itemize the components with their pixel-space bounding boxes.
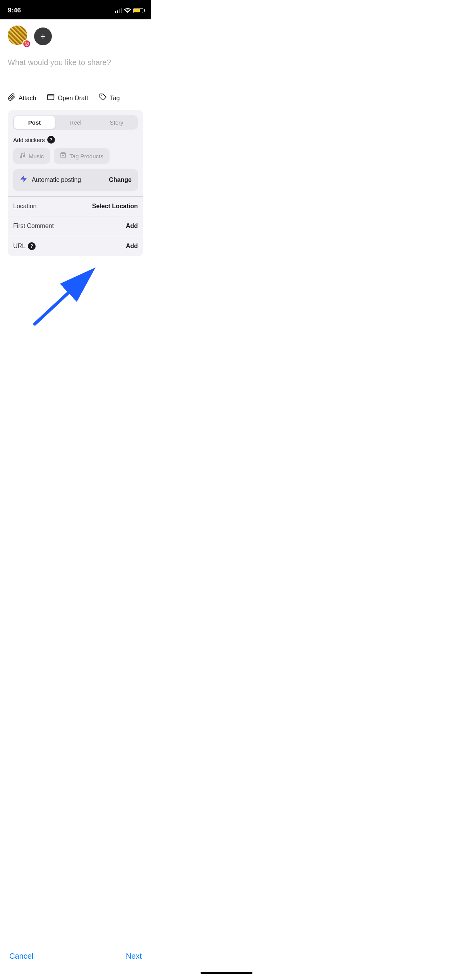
music-label: Music: [29, 153, 44, 159]
tag-products-button[interactable]: Tag Products: [54, 148, 110, 164]
location-label: Location: [13, 203, 37, 210]
stickers-label: Add stickers: [13, 137, 45, 143]
stickers-help-icon[interactable]: ?: [47, 136, 55, 144]
stickers-section: Add stickers ? Music: [8, 130, 143, 164]
music-icon: [19, 152, 26, 160]
automatic-posting-change-button[interactable]: Change: [109, 176, 132, 183]
automatic-posting-label: Automatic posting: [32, 176, 81, 183]
profile-avatar[interactable]: [8, 26, 29, 47]
first-comment-label: First Comment: [13, 223, 54, 230]
status-icons: ⚡: [115, 8, 143, 13]
svg-rect-3: [48, 94, 54, 99]
add-account-button[interactable]: +: [34, 27, 52, 45]
attach-icon: [8, 93, 15, 103]
svg-point-2: [27, 43, 28, 43]
attach-button[interactable]: Attach: [8, 93, 36, 103]
url-label-group: URL ?: [13, 242, 36, 250]
status-bar: 9:46 ⚡: [0, 0, 151, 19]
first-comment-row: First Comment Add: [8, 216, 143, 236]
compose-input-area[interactable]: What would you like to share?: [8, 55, 143, 86]
music-button[interactable]: Music: [13, 148, 50, 164]
svg-rect-0: [25, 42, 28, 45]
battery-icon: ⚡: [133, 8, 143, 13]
toolbar: Attach Open Draft Tag: [8, 86, 143, 110]
open-draft-label: Open Draft: [58, 95, 88, 102]
svg-line-9: [35, 272, 91, 324]
url-help-icon[interactable]: ?: [28, 242, 36, 250]
sticker-buttons: Music Tag Products: [13, 148, 138, 164]
svg-point-5: [20, 156, 22, 158]
url-row: URL ? Add: [8, 236, 143, 256]
compose-placeholder: What would you like to share?: [8, 58, 111, 67]
svg-point-1: [26, 43, 27, 44]
attach-label: Attach: [19, 95, 36, 102]
open-draft-button[interactable]: Open Draft: [47, 93, 88, 103]
options-panel: Post Reel Story Add stickers ?: [8, 110, 143, 256]
main-content: + What would you like to share? Attach: [0, 19, 151, 326]
tab-post[interactable]: Post: [14, 116, 55, 129]
status-time: 9:46: [8, 7, 21, 14]
url-label: URL: [13, 243, 26, 250]
automatic-posting-icon: [19, 175, 28, 185]
location-row: Location Select Location: [8, 196, 143, 216]
tag-label: Tag: [110, 95, 120, 102]
tag-button[interactable]: Tag: [99, 93, 120, 103]
wifi-icon: [124, 8, 131, 13]
tag-products-icon: [60, 152, 66, 160]
tag-products-label: Tag Products: [69, 153, 103, 159]
stickers-label-row: Add stickers ?: [13, 136, 138, 144]
select-location-button[interactable]: Select Location: [92, 203, 138, 210]
draft-icon: [47, 93, 55, 103]
signal-icon: [115, 8, 122, 13]
tag-icon: [99, 93, 107, 103]
automatic-posting-row: Automatic posting Change: [13, 169, 138, 191]
annotation-arrow-container: [15, 264, 136, 326]
svg-point-6: [23, 156, 25, 157]
add-url-button[interactable]: Add: [126, 243, 138, 250]
posting-left: Automatic posting: [19, 175, 81, 185]
tab-story[interactable]: Story: [96, 116, 137, 129]
tab-reel[interactable]: Reel: [55, 116, 96, 129]
add-first-comment-button[interactable]: Add: [126, 223, 138, 230]
post-type-tabs: Post Reel Story: [13, 115, 138, 130]
instagram-badge: [22, 39, 31, 48]
profile-row: +: [8, 26, 143, 47]
annotation-arrow: [27, 264, 112, 326]
